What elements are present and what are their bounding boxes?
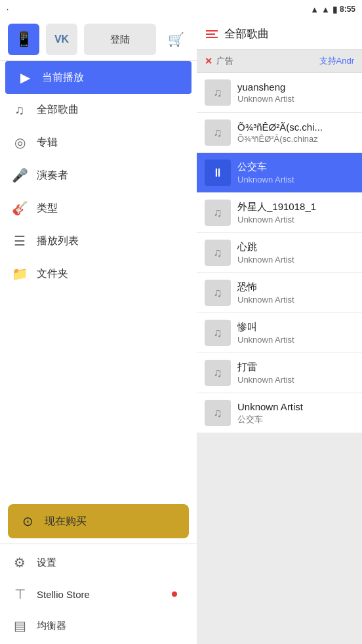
status-dot: ·: [7, 5, 9, 14]
music-note-icon: ♫: [213, 206, 222, 220]
now-playing-label: 当前播放: [42, 71, 84, 85]
song-icon-wrap: ♫: [205, 240, 231, 266]
vk-button[interactable]: VK: [46, 24, 77, 55]
song-title: yuansheng: [237, 81, 354, 93]
song-item[interactable]: ♫ Unknown Artist 公交车: [197, 393, 362, 433]
battery-icon: ▮: [332, 5, 337, 14]
ad-support-text: 支持Andr: [319, 55, 354, 67]
album-icon: ◎: [12, 135, 28, 150]
bottom-nav: ⚙ 设置 ⊤ Stellio Store ▤ 均衡器: [0, 544, 197, 644]
song-info: 恐怖 Unknown Artist: [237, 281, 354, 305]
pause-icon: ⏸: [212, 166, 224, 180]
sidebar-item-all-songs[interactable]: ♫ 全部歌曲: [0, 94, 197, 126]
guitar-icon: 🎸: [12, 200, 28, 216]
song-icon-wrap: ♫: [205, 119, 231, 146]
song-icon-wrap: ♫: [205, 320, 231, 346]
ad-label: 广告: [216, 55, 315, 67]
music-icon: ♫: [12, 102, 28, 118]
albums-label: 专辑: [37, 136, 58, 150]
playlists-label: 播放列表: [37, 234, 79, 248]
song-icon-wrap: ♫: [205, 400, 231, 426]
music-note-icon: ♫: [213, 406, 222, 420]
song-info: yuansheng Unknown Artist: [237, 81, 354, 104]
play-icon: ▶: [17, 70, 33, 85]
song-item[interactable]: ♫ 打雷 Unknown Artist: [197, 353, 362, 393]
status-icons: ▲ ▲ ▮ 8:55: [310, 5, 355, 14]
song-title: 公交车: [237, 161, 354, 173]
song-icon-wrap: ♫: [205, 360, 231, 386]
buy-now-button[interactable]: ⊙ 现在购买: [8, 504, 189, 538]
song-artist: Unknown Artist: [237, 175, 354, 184]
playlist-icon: ☰: [12, 233, 28, 249]
song-title: Õ¾³ñÊØ²Ã(sc.chi...: [237, 121, 354, 133]
genres-label: 类型: [37, 202, 58, 215]
login-label: 登陆: [110, 33, 130, 46]
sidebar-header: 📱 VK 登陆 🛒: [0, 18, 197, 61]
song-item[interactable]: ♫ 恐怖 Unknown Artist: [197, 273, 362, 313]
sidebar-item-albums[interactable]: ◎ 专辑: [0, 126, 197, 159]
music-note-icon: ♫: [213, 326, 222, 340]
ad-close-icon[interactable]: ✕: [205, 56, 212, 66]
mic-icon: 🎤: [12, 167, 28, 183]
hamburger-line-2: [206, 33, 215, 35]
song-icon-wrap: ♫: [205, 280, 231, 306]
settings-label: 设置: [37, 557, 56, 569]
song-icon-wrap: ♫: [205, 79, 231, 106]
sidebar-item-settings[interactable]: ⚙ 设置: [0, 547, 197, 578]
vk-label: VK: [54, 33, 69, 45]
content-panel: 全部歌曲 ✕ 广告 支持Andr ♫ yuansheng Unknown Art…: [197, 18, 362, 644]
sidebar: 📱 VK 登陆 🛒 ▶ 当前播放 ♫ 全部歌曲 ◎ 专辑 🎤: [0, 18, 197, 644]
sidebar-item-folders[interactable]: 📁 文件夹: [0, 257, 197, 290]
song-item[interactable]: ♫ 心跳 Unknown Artist: [197, 233, 362, 273]
song-title: 外星人_191018_1: [237, 201, 354, 213]
sidebar-item-equalizer[interactable]: ▤ 均衡器: [0, 610, 197, 641]
song-item-playing[interactable]: ⏸ 公交车 Unknown Artist: [197, 153, 362, 193]
song-info: 打雷 Unknown Artist: [237, 361, 354, 385]
sidebar-item-now-playing[interactable]: ▶ 当前播放: [5, 61, 191, 94]
store-icon: ⊤: [12, 586, 28, 602]
equalizer-label: 均衡器: [37, 620, 66, 632]
sidebar-item-artists[interactable]: 🎤 演奏者: [0, 159, 197, 192]
music-note-icon: ♫: [213, 286, 222, 300]
song-item[interactable]: ♫ yuansheng Unknown Artist: [197, 73, 362, 113]
content-title: 全部歌曲: [224, 26, 269, 41]
menu-icon[interactable]: [206, 30, 218, 38]
song-info: 心跳 Unknown Artist: [237, 241, 354, 265]
song-artist: 公交车: [237, 414, 354, 425]
clock: 8:55: [340, 5, 355, 14]
device-button[interactable]: 📱: [8, 24, 39, 55]
ad-banner: ✕ 广告 支持Andr: [197, 50, 362, 73]
all-songs-label: 全部歌曲: [37, 103, 79, 117]
folder-icon: 📁: [12, 266, 28, 282]
song-title: 惨叫: [237, 321, 354, 333]
content-header: 全部歌曲: [197, 18, 362, 50]
song-icon-wrap: ♫: [205, 200, 231, 226]
song-info: Õ¾³ñÊØ²Ã(sc.chi... Õ¾³ñÊØ²Ã(sc.chinaz: [237, 121, 354, 144]
hamburger-line-3: [206, 37, 218, 38]
sidebar-item-playlists[interactable]: ☰ 播放列表: [0, 225, 197, 257]
song-item[interactable]: ♫ Õ¾³ñÊØ²Ã(sc.chi... Õ¾³ñÊØ²Ã(sc.chinaz: [197, 113, 362, 153]
song-title: 恐怖: [237, 281, 354, 293]
sidebar-item-store[interactable]: ⊤ Stellio Store: [0, 578, 197, 610]
song-title: Unknown Artist: [237, 401, 354, 412]
cart-button[interactable]: 🛒: [163, 26, 189, 53]
song-artist: Unknown Artist: [237, 215, 354, 225]
song-title: 心跳: [237, 241, 354, 253]
main-layout: 📱 VK 登陆 🛒 ▶ 当前播放 ♫ 全部歌曲 ◎ 专辑 🎤: [0, 18, 362, 644]
wifi-icon: ▲: [310, 5, 319, 14]
login-button[interactable]: 登陆: [84, 24, 156, 55]
music-note-icon: ♫: [213, 366, 222, 380]
equalizer-icon: ▤: [12, 618, 28, 633]
hamburger-line-1: [206, 30, 218, 32]
song-artist: Unknown Artist: [237, 255, 354, 265]
song-item[interactable]: ♫ 惨叫 Unknown Artist: [197, 313, 362, 353]
song-icon-wrap-playing: ⏸: [205, 160, 231, 186]
cell-icon: ▲: [321, 5, 330, 14]
sidebar-item-genres[interactable]: 🎸 类型: [0, 192, 197, 225]
status-bar: · ▲ ▲ ▮ 8:55: [0, 0, 362, 18]
settings-icon: ⚙: [12, 555, 28, 570]
notification-dot: [172, 591, 177, 597]
buy-icon: ⊙: [20, 513, 35, 529]
sidebar-spacer: [0, 290, 197, 499]
song-item[interactable]: ♫ 外星人_191018_1 Unknown Artist: [197, 193, 362, 233]
